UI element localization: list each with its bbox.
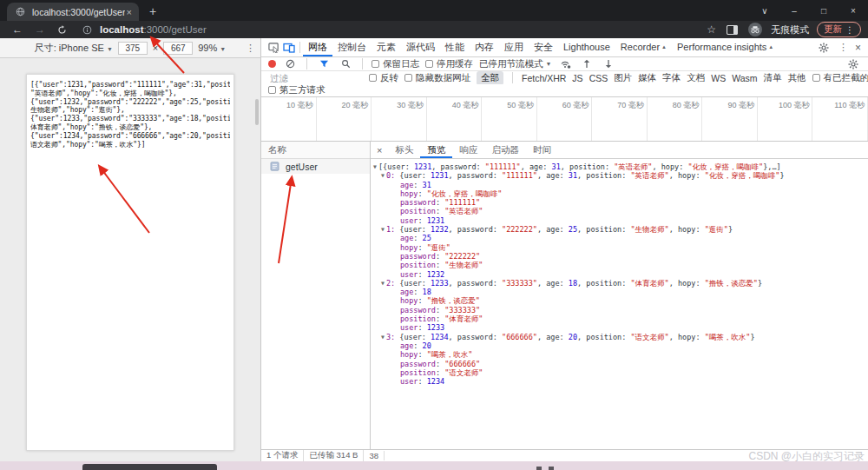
filter-chip-全部[interactable]: 全部 [477, 71, 503, 84]
devtools-tab-安全[interactable]: 安全 [529, 38, 558, 56]
preview-line[interactable]: password: "111111" [371, 198, 868, 207]
omnibox[interactable]: localhost:3000/getUser [79, 24, 707, 35]
devtools-settings-gear-icon[interactable] [816, 43, 832, 53]
filter-chip-Wasm[interactable]: Wasm [732, 73, 757, 83]
preview-line[interactable]: age: 18 [371, 288, 868, 296]
filter-chip-图片[interactable]: 图片 [614, 72, 632, 84]
devtools-tab-Lighthouse[interactable]: Lighthouse [558, 38, 615, 56]
disable-cache-checkbox[interactable]: 停用缓存 [425, 58, 473, 70]
reload-icon[interactable] [57, 25, 67, 35]
preview-line[interactable]: user: 1233 [371, 323, 868, 332]
incognito-avatar-icon[interactable] [747, 23, 763, 36]
preview-line[interactable]: hopy: "喝茶，吹水" [371, 350, 868, 359]
clear-network-log-icon[interactable] [282, 59, 298, 69]
devtools-menu-icon[interactable]: ⋮ [838, 42, 848, 53]
maximize-button[interactable]: □ [809, 6, 838, 16]
filter-input[interactable] [268, 72, 363, 84]
tab-close-icon[interactable]: × [125, 7, 134, 17]
browser-menu-icon[interactable]: ⋮ [845, 25, 854, 35]
preview-line[interactable]: ▼0: {user: 1231, password: "111111", age… [371, 171, 868, 180]
devtools-tab-应用[interactable]: 应用 [499, 38, 529, 56]
zoom-select[interactable]: 99% ▼ [198, 43, 226, 53]
tab-search-icon[interactable]: ∨ [750, 6, 779, 16]
export-har-icon[interactable] [601, 59, 616, 69]
preview-line[interactable]: ▼3: {user: 1234, password: "666666", age… [371, 333, 868, 341]
preserve-log-checkbox[interactable]: 保留日志 [372, 58, 419, 70]
preview-line[interactable]: ▼[{user: 1231, password: "111111", age: … [371, 162, 868, 171]
preview-line[interactable]: ▼1: {user: 1232, password: "222222", age… [371, 225, 868, 234]
filter-chip-Fetch/XHR[interactable]: Fetch/XHR [522, 73, 566, 83]
device-toolbar-menu-icon[interactable]: ⋮ [246, 43, 255, 54]
record-network-log-icon[interactable] [268, 60, 276, 68]
hide-data-urls-checkbox[interactable]: 隐藏数据网址 [404, 72, 470, 84]
preview-line[interactable]: password: "222222" [371, 252, 868, 261]
devtools-tab-内存[interactable]: 内存 [470, 38, 499, 56]
device-select[interactable]: 尺寸: iPhone SE ▼ [35, 42, 113, 55]
throttling-select[interactable]: 已停用节流模式▼ [479, 58, 551, 70]
preview-line[interactable]: user: 1231 [371, 216, 868, 225]
preview-line[interactable]: position: "生物老师" [371, 261, 868, 269]
request-row[interactable]: getUser [261, 159, 370, 174]
close-detail-icon[interactable]: × [371, 145, 388, 156]
detail-tab-启动器[interactable]: 启动器 [484, 142, 526, 158]
detail-tab-时间[interactable]: 时间 [526, 142, 558, 158]
detail-tab-响应[interactable]: 响应 [452, 142, 484, 158]
preview-line[interactable]: password: "666666" [371, 360, 868, 368]
devtools-close-icon[interactable]: × [855, 42, 861, 54]
devtools-tab-Performance insights[interactable]: Performance insights▲ [672, 38, 779, 56]
viewport-width-input[interactable] [118, 42, 148, 55]
search-icon[interactable] [338, 59, 353, 69]
update-chip[interactable]: 更新 ⋮ [817, 22, 861, 37]
filter-chip-WS[interactable]: WS [711, 73, 726, 83]
invert-checkbox[interactable]: 反转 [369, 72, 398, 84]
devtools-tab-控制台[interactable]: 控制台 [332, 38, 372, 56]
third-party-checkbox[interactable]: 第三方请求 [268, 84, 326, 96]
preview-line[interactable]: hopy: "撸铁，谈恋爱" [371, 296, 868, 305]
minimize-button[interactable]: – [779, 6, 809, 16]
devtools-tab-元素[interactable]: 元素 [372, 38, 401, 56]
toggle-device-toolbar-icon[interactable] [281, 42, 297, 53]
filter-chip-清单[interactable]: 清单 [764, 72, 782, 84]
forward-icon[interactable]: → [35, 23, 45, 36]
preview-line[interactable]: position: "语文老师" [371, 368, 868, 377]
side-panel-icon[interactable] [724, 25, 740, 35]
close-window-button[interactable]: × [838, 6, 868, 16]
detail-tab-预览[interactable]: 预览 [420, 142, 452, 158]
preview-line[interactable]: user: 1232 [371, 270, 868, 279]
blocked-cookies-checkbox[interactable]: 有已拦截的 Cookie [812, 72, 868, 84]
import-har-icon[interactable] [579, 59, 595, 69]
filter-chip-CSS[interactable]: CSS [589, 73, 608, 83]
filter-chip-字体[interactable]: 字体 [662, 72, 681, 84]
bookmark-star-icon[interactable]: ☆ [707, 23, 716, 36]
network-conditions-icon[interactable] [557, 59, 573, 69]
preview-line[interactable]: age: 25 [371, 234, 868, 242]
browser-tab[interactable]: localhost:3000/getUser × [7, 3, 139, 21]
preview-line[interactable]: age: 20 [371, 341, 868, 350]
preview-line[interactable]: user: 1234 [371, 377, 868, 386]
new-tab-button[interactable]: + [149, 4, 156, 18]
preview-line[interactable]: position: "英语老师" [371, 207, 868, 215]
devtools-tab-源代码[interactable]: 源代码 [401, 38, 440, 56]
filter-chip-媒体[interactable]: 媒体 [638, 72, 656, 84]
devtools-tab-Recorder[interactable]: Recorder▲ [615, 38, 672, 56]
back-icon[interactable]: ← [12, 23, 23, 36]
preview-line[interactable]: position: "体育老师" [371, 314, 868, 323]
filter-chip-JS[interactable]: JS [572, 73, 582, 83]
preview-line[interactable]: hopy: "化妆，穿搭，喝咖啡" [371, 189, 868, 198]
devtools-tab-性能[interactable]: 性能 [440, 38, 470, 56]
network-overview-timeline[interactable]: 10 毫秒20 毫秒30 毫秒40 毫秒50 毫秒60 毫秒70 毫秒80 毫秒… [261, 97, 868, 142]
scrollbar-thumb[interactable] [255, 99, 259, 125]
filter-funnel-icon[interactable] [316, 59, 332, 69]
viewport-height-input[interactable] [163, 42, 193, 55]
inspect-element-icon[interactable] [266, 42, 281, 53]
preview-json-tree[interactable]: ▼[{user: 1231, password: "111111", age: … [371, 159, 868, 449]
preview-line[interactable]: age: 31 [371, 181, 868, 189]
detail-tab-标头[interactable]: 标头 [388, 142, 420, 158]
filter-chip-文档[interactable]: 文档 [687, 72, 705, 84]
preview-line[interactable]: ▼2: {user: 1233, password: "333333", age… [371, 279, 868, 288]
network-settings-gear-icon[interactable] [845, 59, 868, 70]
preview-line[interactable]: hopy: "逛街" [371, 243, 868, 252]
devtools-tab-网络[interactable]: 网络 [303, 38, 332, 56]
page-info-icon[interactable] [79, 25, 95, 35]
filter-chip-其他[interactable]: 其他 [788, 72, 806, 84]
